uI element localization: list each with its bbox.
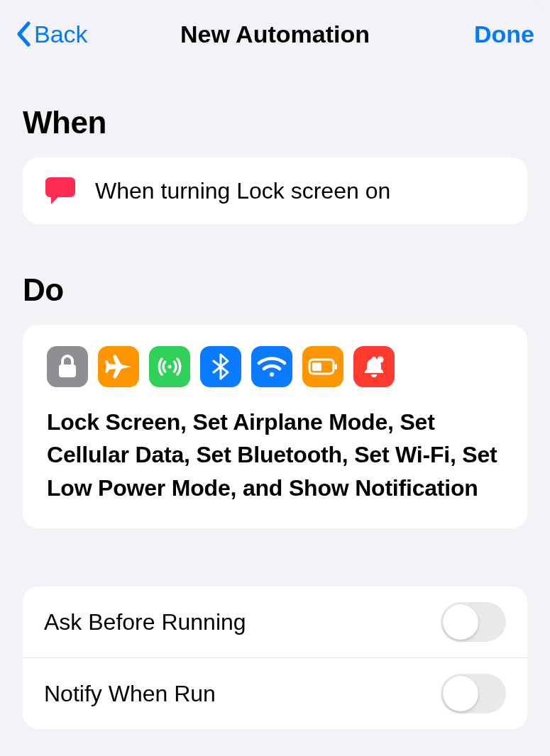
when-trigger-row[interactable]: When turning Lock screen on [23, 157, 527, 224]
notify-when-run-toggle[interactable] [441, 674, 506, 713]
notify-when-run-label: Notify When Run [44, 681, 216, 707]
back-button[interactable]: Back [16, 21, 88, 48]
cellular-icon [149, 346, 190, 387]
bell-icon [353, 346, 395, 387]
svg-rect-5 [312, 362, 321, 371]
lock-icon [47, 346, 88, 387]
svg-point-6 [378, 357, 384, 363]
ask-before-running-row: Ask Before Running [23, 587, 527, 657]
bluetooth-icon [200, 346, 241, 387]
battery-icon [302, 346, 343, 387]
airplane-icon [98, 346, 139, 387]
chevron-left-icon [16, 21, 31, 47]
svg-rect-4 [335, 364, 337, 369]
options-list: Ask Before Running Notify When Run [23, 587, 527, 729]
action-icon-row [47, 346, 503, 387]
svg-rect-0 [59, 365, 76, 377]
navbar: Back New Automation Done [0, 0, 550, 68]
svg-point-2 [270, 372, 274, 377]
svg-point-1 [168, 365, 172, 369]
speech-bubble-icon [44, 176, 77, 206]
ask-before-running-toggle[interactable] [441, 602, 506, 642]
wifi-icon [251, 346, 292, 387]
ask-before-running-label: Ask Before Running [44, 609, 246, 635]
notify-when-run-row: Notify When Run [23, 657, 527, 729]
do-header: Do [23, 272, 527, 308]
when-description: When turning Lock screen on [95, 178, 390, 204]
do-actions-card[interactable]: Lock Screen, Set Airplane Mode, Set Cell… [23, 325, 527, 528]
done-button[interactable]: Done [474, 21, 534, 48]
back-label: Back [34, 21, 88, 48]
do-description: Lock Screen, Set Airplane Mode, Set Cell… [47, 406, 503, 504]
when-header: When [23, 105, 527, 140]
